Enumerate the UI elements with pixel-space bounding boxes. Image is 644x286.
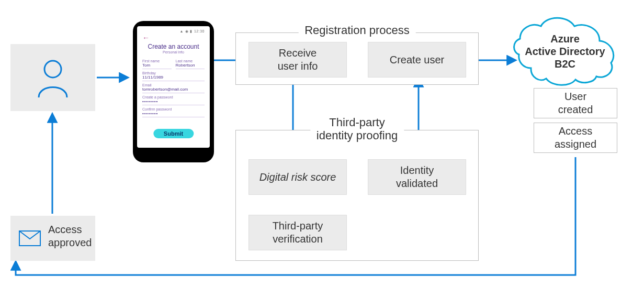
email-field[interactable]: tomrobertson@mail.com — [142, 87, 205, 93]
third-party-verification-node: Third-party verification — [248, 215, 347, 250]
last-name-field[interactable]: Robertson — [176, 63, 205, 69]
confirm-password-label: Confirm password — [142, 107, 205, 111]
azure-cloud-label: Azure Active Directory B2C — [518, 32, 612, 70]
submit-button[interactable]: Submit — [153, 129, 194, 138]
registration-title: Registration process — [298, 24, 416, 37]
receive-user-info-node: Receive user info — [248, 42, 347, 78]
create-user-node: Create user — [368, 42, 466, 78]
battery-icon: ▮ — [190, 29, 193, 34]
birthday-label: Birthday — [142, 71, 205, 75]
identity-validated-node: Identity validated — [368, 159, 466, 195]
user-created-node: User created — [534, 88, 617, 118]
password-label: Create a password — [142, 95, 205, 99]
digital-risk-score-node: Digital risk score — [248, 159, 347, 195]
phone-title: Create an account — [142, 43, 205, 50]
confirm-password-field[interactable]: •••••••• — [142, 111, 205, 117]
mail-icon — [19, 230, 41, 246]
phone-subtitle: Personal info — [142, 50, 205, 54]
proofing-title: Third-party identity proofing — [310, 116, 404, 142]
password-field[interactable]: •••••••• — [142, 99, 205, 105]
first-name-field[interactable]: Tom — [142, 63, 172, 69]
wifi-icon: ◉ — [185, 29, 189, 34]
access-assigned-node: Access assigned — [534, 123, 617, 153]
phone-mock: ▲ ◉ ▮ 12:30 ← Create an account Personal… — [133, 21, 214, 162]
last-name-label: Last name — [176, 59, 205, 63]
birthday-field[interactable]: 11/11/1989 — [142, 75, 205, 81]
phone-status-bar: ▲ ◉ ▮ 12:30 — [142, 29, 205, 34]
signal-icon: ▲ — [180, 29, 184, 34]
phone-time: 12:30 — [194, 29, 205, 34]
user-icon — [35, 57, 71, 98]
back-arrow-icon[interactable]: ← — [142, 34, 205, 42]
email-label: Email — [142, 83, 205, 87]
svg-point-5 — [44, 61, 61, 78]
first-name-label: First name — [142, 59, 172, 63]
user-icon-box — [10, 44, 95, 111]
access-approved-label: Access approved — [48, 223, 92, 249]
